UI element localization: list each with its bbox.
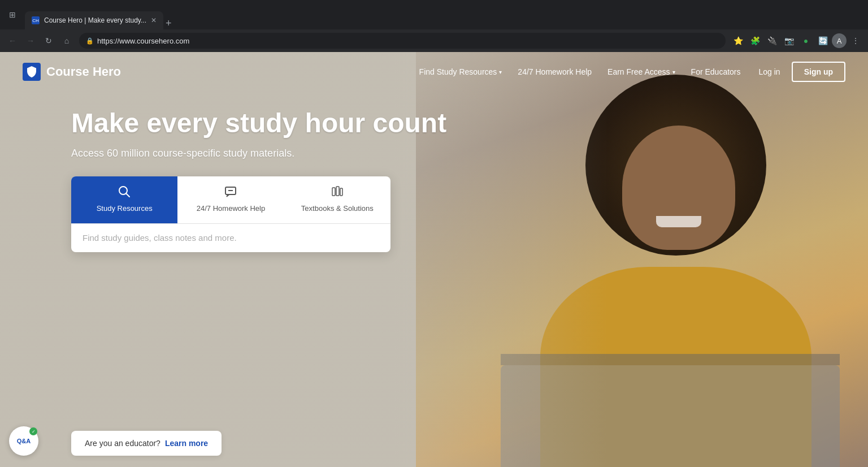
url-text: https://www.coursehero.com <box>97 37 189 45</box>
chevron-down-icon: ▾ <box>499 69 502 75</box>
chevron-down-icon-2: ▾ <box>672 69 675 75</box>
educator-banner-text: Are you an educator? <box>85 439 160 448</box>
browser-controls: ⊞ <box>5 7 20 23</box>
chat-icon <box>224 185 237 201</box>
navbar: Course Hero Find Study Resources ▾ 24/7 … <box>0 52 868 92</box>
search-widget: Study Resources 24/7 Homework Help <box>71 176 390 252</box>
hero-content: Make every study hour count Access 60 mi… <box>0 92 868 252</box>
search-input[interactable] <box>83 233 379 243</box>
logo-text: Course Hero <box>46 64 121 79</box>
address-bar[interactable]: 🔒 https://www.coursehero.com <box>79 33 726 49</box>
svg-rect-5 <box>336 187 339 196</box>
back-button: ← <box>5 33 20 49</box>
tab-title: Course Hero | Make every study... <box>44 16 146 24</box>
profile-button[interactable]: A <box>832 33 847 48</box>
reload-button[interactable]: ↻ <box>41 33 57 49</box>
tab-favicon: CH <box>32 16 40 24</box>
menu-button[interactable]: ⋮ <box>848 33 863 49</box>
tab-study-resources[interactable]: Study Resources <box>71 176 177 223</box>
check-icon: ✓ <box>32 429 36 434</box>
tab-textbooks-label: Textbooks & Solutions <box>301 204 374 213</box>
extension-1[interactable]: 🧩 <box>747 33 763 49</box>
extension-2[interactable]: 🔌 <box>764 33 780 49</box>
nav-links: Find Study Resources ▾ 24/7 Homework Hel… <box>413 62 845 82</box>
page: Course Hero Find Study Resources ▾ 24/7 … <box>0 52 868 467</box>
extension-3[interactable]: 📷 <box>781 33 797 49</box>
ssl-lock-icon: 🔒 <box>86 37 94 45</box>
hero-subheadline: Access 60 million course-specific study … <box>71 148 868 159</box>
svg-line-1 <box>127 193 130 197</box>
tab-homework-help-label: 24/7 Homework Help <box>197 204 265 213</box>
logo-shield-icon <box>23 63 41 81</box>
nav-homework-help[interactable]: 24/7 Homework Help <box>511 63 598 81</box>
logo-link[interactable]: Course Hero <box>23 63 121 81</box>
svg-rect-6 <box>340 188 342 196</box>
login-button[interactable]: Log in <box>750 63 789 81</box>
home-button[interactable]: ⌂ <box>59 33 75 49</box>
extension-4[interactable]: ● <box>798 33 814 49</box>
qa-bubble[interactable]: Q&A ✓ <box>9 426 38 456</box>
widget-tabs: Study Resources 24/7 Homework Help <box>71 176 390 224</box>
signup-button[interactable]: Sign up <box>792 62 845 82</box>
hero-headline: Make every study hour count <box>71 109 467 139</box>
browser-chrome: ⊞ CH Course Hero | Make every study... ✕… <box>0 0 868 29</box>
active-tab[interactable]: CH Course Hero | Make every study... ✕ <box>25 11 163 29</box>
tab-close-button[interactable]: ✕ <box>151 16 157 24</box>
educator-banner: Are you an educator? Learn more <box>71 431 222 456</box>
new-tab-button[interactable]: + <box>166 18 172 29</box>
educator-learn-more-link[interactable]: Learn more <box>165 439 208 448</box>
tab-textbooks-solutions[interactable]: Textbooks & Solutions <box>284 176 390 223</box>
tab-homework-help[interactable]: 24/7 Homework Help <box>177 176 284 223</box>
tab-study-resources-label: Study Resources <box>97 204 153 213</box>
browser-toolbar: ⭐ 🧩 🔌 📷 ● 🔄 A ⋮ <box>730 33 863 49</box>
address-bar-row: ← → ↻ ⌂ 🔒 https://www.coursehero.com ⭐ 🧩… <box>0 29 868 52</box>
forward-button: → <box>23 33 38 49</box>
extension-5[interactable]: 🔄 <box>815 33 831 49</box>
svg-rect-4 <box>332 188 335 196</box>
apps-button[interactable]: ⊞ <box>5 7 20 23</box>
qa-verified-badge: ✓ <box>29 427 37 435</box>
nav-earn-free-access[interactable]: Earn Free Access ▾ <box>601 63 682 81</box>
tab-bar: CH Course Hero | Make every study... ✕ + <box>20 0 863 29</box>
books-icon <box>331 185 344 201</box>
extensions-button[interactable]: ⭐ <box>730 33 746 49</box>
qa-label: Q&A <box>17 438 31 444</box>
search-icon <box>118 185 131 201</box>
nav-find-study-resources[interactable]: Find Study Resources ▾ <box>413 63 509 81</box>
nav-for-educators[interactable]: For Educators <box>684 63 748 81</box>
search-area <box>71 224 390 252</box>
